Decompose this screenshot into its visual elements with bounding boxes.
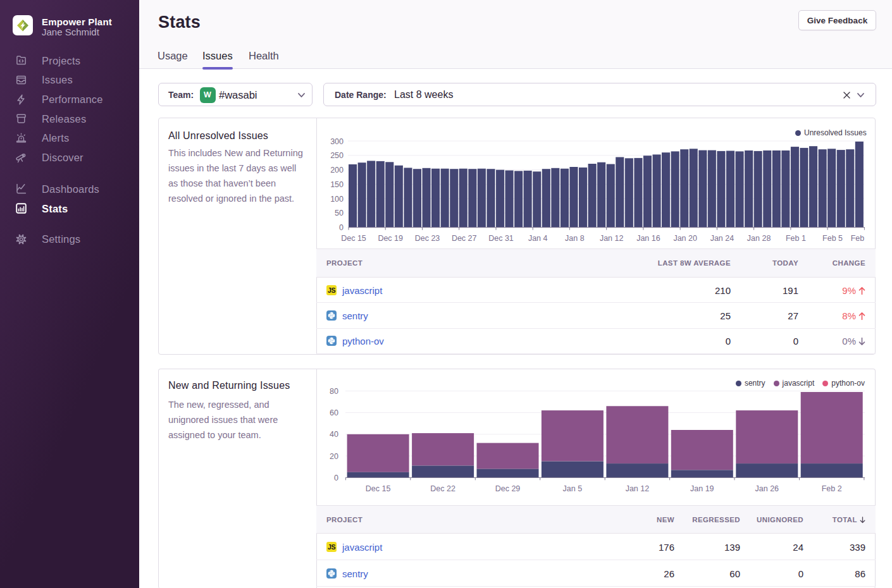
svg-text:Jan 5: Jan 5 bbox=[563, 484, 583, 493]
svg-text:Feb 2: Feb 2 bbox=[822, 484, 842, 493]
svg-text:20: 20 bbox=[330, 452, 338, 461]
svg-text:Jan 12: Jan 12 bbox=[626, 484, 650, 493]
svg-text:Dec 22: Dec 22 bbox=[430, 484, 455, 493]
svg-text:Jan 26: Jan 26 bbox=[755, 484, 779, 493]
svg-text:60: 60 bbox=[330, 408, 338, 417]
svg-text:0: 0 bbox=[334, 474, 338, 482]
svg-text:80: 80 bbox=[330, 387, 338, 396]
svg-text:40: 40 bbox=[330, 430, 338, 439]
svg-text:Dec 15: Dec 15 bbox=[366, 484, 391, 493]
svg-text:Dec 29: Dec 29 bbox=[495, 484, 521, 493]
svg-text:Jan 19: Jan 19 bbox=[690, 484, 714, 493]
